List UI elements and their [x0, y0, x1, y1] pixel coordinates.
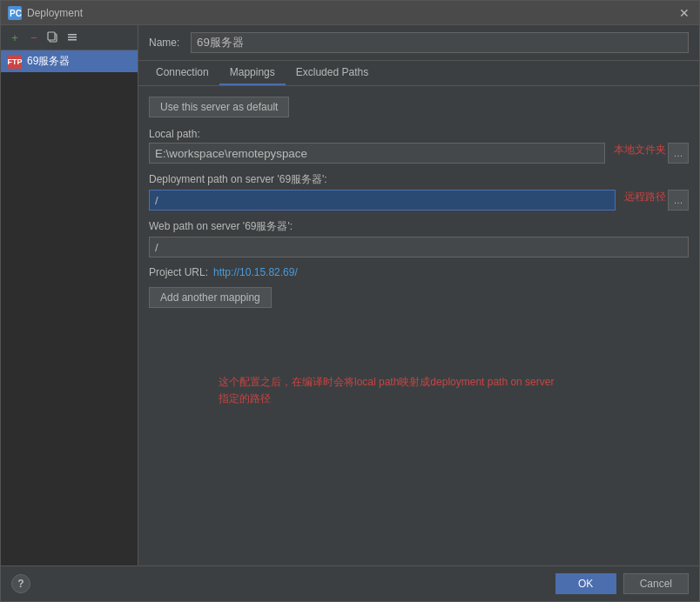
- cancel-button[interactable]: Cancel: [623, 573, 689, 594]
- copy-server-button[interactable]: [44, 29, 62, 46]
- local-path-label: Local path:: [149, 128, 689, 140]
- annotation-line1: 这个配置之后，在编译时会将local path映射成deployment pat…: [219, 374, 689, 391]
- annotation-line2: 指定的路径: [219, 391, 689, 407]
- use-default-button[interactable]: Use this server as default: [149, 97, 289, 117]
- tab-excluded-paths[interactable]: Excluded Paths: [286, 61, 379, 85]
- sidebar-item-server[interactable]: FTP 69服务器: [1, 50, 138, 72]
- footer-buttons: OK Cancel: [555, 573, 689, 594]
- deployment-path-label: Deployment path on server '69服务器':: [149, 172, 689, 187]
- web-path-row: [149, 237, 689, 258]
- svg-rect-4: [68, 37, 77, 38]
- local-path-input[interactable]: [149, 143, 605, 164]
- web-path-label: Web path on server '69服务器':: [149, 219, 689, 234]
- window-title: Deployment: [27, 7, 671, 19]
- local-path-group: Local path: 本地文件夹 …: [149, 128, 689, 164]
- close-button[interactable]: ✕: [676, 5, 692, 21]
- deployment-path-group: Deployment path on server '69服务器': 远程路径 …: [149, 172, 689, 211]
- sidebar-item-label: 69服务器: [27, 54, 70, 69]
- name-input[interactable]: [191, 32, 689, 53]
- ok-button[interactable]: OK: [555, 573, 616, 594]
- tab-mappings[interactable]: Mappings: [219, 61, 286, 85]
- web-path-group: Web path on server '69服务器':: [149, 219, 689, 258]
- tabs: Connection Mappings Excluded Paths: [138, 61, 699, 86]
- deployment-path-browse-button[interactable]: …: [668, 190, 689, 211]
- deployment-path-annotation: 远程路径: [624, 190, 666, 211]
- dialog-body: + − FTP 69服务器: [1, 25, 699, 565]
- tab-content: Use this server as default Local path: 本…: [138, 86, 699, 565]
- app-icon: PC: [8, 6, 22, 20]
- svg-text:PC: PC: [10, 9, 22, 18]
- remove-server-button[interactable]: −: [25, 29, 43, 46]
- local-path-row: 本地文件夹 …: [149, 143, 689, 164]
- name-row: Name:: [138, 25, 699, 61]
- sidebar-toolbar: + −: [1, 25, 138, 50]
- bottom-annotation: 这个配置之后，在编译时会将local path映射成deployment pat…: [149, 374, 689, 407]
- local-path-annotation: 本地文件夹: [614, 143, 666, 164]
- tab-connection[interactable]: Connection: [145, 61, 219, 85]
- svg-rect-3: [48, 32, 55, 40]
- project-url-link[interactable]: http://10.15.82.69/: [213, 266, 298, 278]
- project-url-row: Project URL: http://10.15.82.69/: [149, 266, 689, 278]
- deployment-dialog: PC Deployment ✕ + −: [0, 0, 700, 602]
- server-icon: FTP: [8, 55, 22, 69]
- title-bar: PC Deployment ✕: [1, 1, 699, 25]
- name-label: Name:: [149, 37, 184, 49]
- svg-rect-6: [68, 39, 77, 41]
- add-server-button[interactable]: +: [6, 29, 24, 46]
- move-server-button[interactable]: [64, 29, 81, 46]
- project-url-label: Project URL:: [149, 266, 208, 278]
- local-path-browse-button[interactable]: …: [668, 143, 689, 164]
- help-button[interactable]: ?: [11, 574, 30, 593]
- main-content: Name: Connection Mappings Excluded Paths…: [138, 25, 699, 565]
- deployment-path-row: 远程路径 …: [149, 190, 689, 211]
- dialog-footer: ? OK Cancel: [1, 565, 699, 601]
- svg-rect-5: [68, 34, 77, 36]
- add-mapping-button[interactable]: Add another mapping: [149, 287, 272, 308]
- web-path-input[interactable]: [149, 237, 689, 258]
- deployment-path-input[interactable]: [149, 190, 616, 211]
- sidebar: + − FTP 69服务器: [1, 25, 138, 565]
